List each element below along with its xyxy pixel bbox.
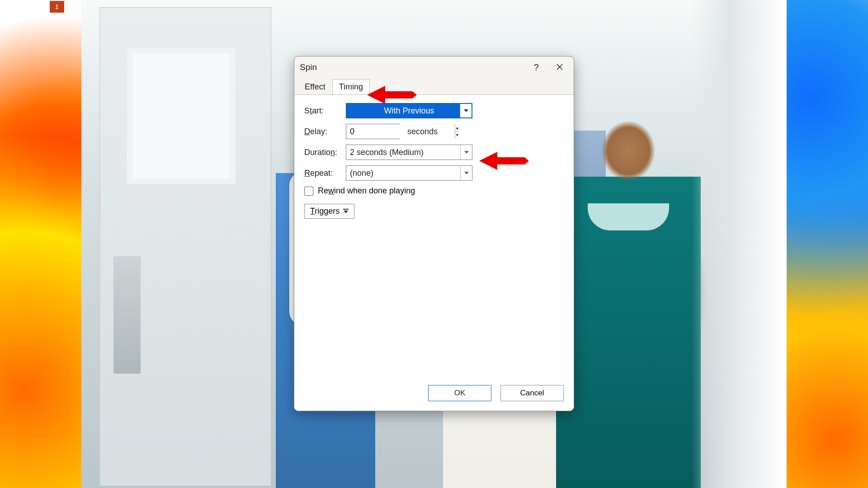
triggers-button[interactable]: Triggers xyxy=(304,204,354,219)
svg-rect-0 xyxy=(343,209,349,210)
tab-effect[interactable]: Effect xyxy=(298,79,332,95)
tab-timing[interactable]: Timing xyxy=(332,79,370,95)
duration-value: 2 seconds (Medium) xyxy=(350,148,424,157)
spin-dialog: Spin ? Effect Timing Start: With Previou… xyxy=(294,56,574,411)
bg-artwork-left xyxy=(0,0,81,488)
figure-nurse-teal xyxy=(556,117,701,488)
ok-button[interactable]: OK xyxy=(428,385,491,401)
dialog-titlebar: Spin ? xyxy=(294,56,574,78)
wall-right-graphic xyxy=(692,0,787,488)
timing-panel: Start: With Previous Delay: ▲ xyxy=(294,94,574,380)
dialog-footer: OK Cancel xyxy=(294,380,574,411)
duration-dropdown[interactable]: 2 seconds (Medium) xyxy=(346,145,472,160)
chevron-down-icon xyxy=(460,145,472,160)
close-button[interactable] xyxy=(548,56,571,78)
dialog-tabs: Effect Timing xyxy=(294,78,574,94)
rewind-checkbox[interactable]: Rewind when done playing xyxy=(304,186,564,196)
start-label: Start: xyxy=(304,106,346,116)
help-button[interactable]: ? xyxy=(525,56,547,78)
close-icon xyxy=(556,62,563,73)
rewind-label: Rewind when done playing xyxy=(318,186,415,196)
chevron-down-icon xyxy=(460,104,472,117)
triggers-caret-icon xyxy=(343,208,349,215)
dialog-title: Spin xyxy=(300,62,317,72)
cancel-button[interactable]: Cancel xyxy=(500,385,564,401)
repeat-value: (none) xyxy=(350,169,373,178)
delay-spinner[interactable]: ▲ ▼ xyxy=(346,124,400,139)
repeat-label: Repeat: xyxy=(304,169,346,178)
repeat-dropdown[interactable]: (none) xyxy=(346,165,472,181)
chevron-down-icon xyxy=(460,166,472,180)
slide-number-badge: 1 xyxy=(50,1,64,13)
start-value: With Previous xyxy=(347,104,472,117)
door-graphic xyxy=(99,7,271,486)
start-dropdown[interactable]: With Previous xyxy=(346,103,472,118)
spinner-up-icon[interactable]: ▲ xyxy=(455,124,459,132)
delay-suffix: seconds xyxy=(407,127,438,136)
checkbox-icon xyxy=(304,187,313,196)
spinner-down-icon[interactable]: ▼ xyxy=(455,132,459,139)
delay-input[interactable] xyxy=(346,124,455,139)
delay-label: Delay: xyxy=(304,127,346,136)
duration-label: Duration: xyxy=(304,148,346,157)
triggers-label: Triggers xyxy=(310,206,340,216)
bg-artwork-right xyxy=(787,0,868,488)
